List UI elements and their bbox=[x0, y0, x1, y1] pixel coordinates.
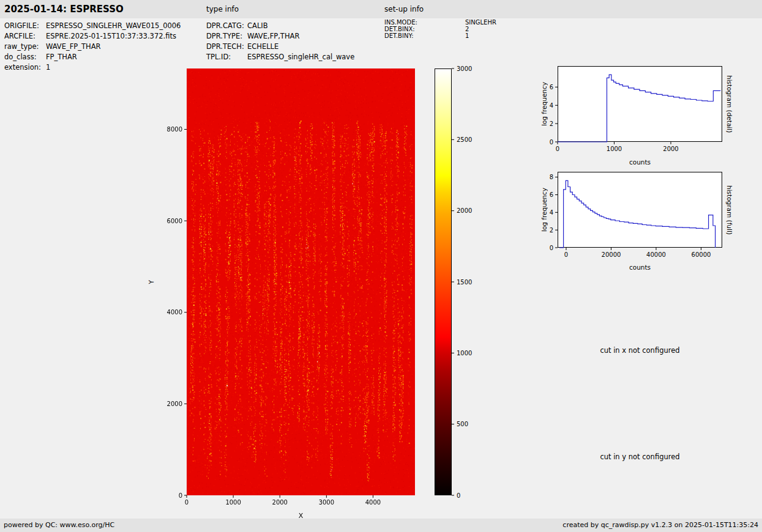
meta-row: ARCFILE:ESPRE.2025-01-15T10:37:33.372.fi… bbox=[4, 31, 181, 41]
svg-text:6: 6 bbox=[550, 191, 553, 198]
svg-text:6: 6 bbox=[550, 84, 553, 91]
meta-label: TPL.ID: bbox=[206, 53, 247, 61]
meta-row: DPR.CATG:CALIB bbox=[206, 20, 354, 31]
meta-value: ESPRE.2025-01-15T10:37:33.372.fits bbox=[46, 32, 176, 40]
meta-value: ESPRESSO_singleHR_cal_wave bbox=[247, 53, 354, 61]
histogram-detail-right-label: histogram (detail) bbox=[725, 66, 734, 142]
meta-label: extension: bbox=[4, 63, 46, 72]
meta-value: WAVE_FP_THAR bbox=[46, 42, 101, 51]
histogram-detail-plot: 0100020000246 bbox=[558, 66, 722, 142]
svg-text:2000: 2000 bbox=[457, 207, 472, 214]
meta-label: DET.BINY: bbox=[384, 32, 465, 39]
histogram-detail-xlabel: counts bbox=[558, 158, 722, 166]
meta-value: WAVE,FP,THAR bbox=[247, 32, 299, 40]
svg-text:1000: 1000 bbox=[607, 146, 622, 152]
meta-label: DPR.TYPE: bbox=[206, 32, 247, 40]
meta-label: DPR.CATG: bbox=[206, 21, 247, 30]
svg-text:1000: 1000 bbox=[225, 499, 241, 506]
footer-bar: powered by QC: www.eso.org/HC created by… bbox=[0, 519, 762, 532]
setup-info-heading: set-up info bbox=[384, 0, 424, 18]
meta-row: DET.BINY:1 bbox=[384, 32, 496, 39]
svg-text:60000: 60000 bbox=[692, 251, 711, 258]
svg-text:20000: 20000 bbox=[602, 251, 621, 258]
histogram-full-right-label: histogram (full) bbox=[725, 172, 734, 248]
meta-label: INS.MODE: bbox=[384, 19, 465, 26]
meta-value: FP_THAR bbox=[46, 53, 77, 61]
raw-image-canvas bbox=[187, 68, 415, 495]
svg-text:0: 0 bbox=[185, 499, 189, 506]
svg-text:2000: 2000 bbox=[272, 499, 288, 506]
cut-y-message: cut in y not configured bbox=[558, 453, 722, 461]
meta-row: do_class:FP_THAR bbox=[4, 51, 181, 62]
meta-row: DPR.TECH:ECHELLE bbox=[206, 41, 354, 51]
svg-text:6000: 6000 bbox=[167, 218, 182, 224]
meta-value: 2 bbox=[465, 26, 469, 32]
svg-text:0: 0 bbox=[550, 139, 553, 146]
meta-value: 1 bbox=[465, 32, 469, 39]
svg-text:0: 0 bbox=[179, 492, 182, 499]
svg-text:4: 4 bbox=[550, 102, 553, 109]
svg-text:1000: 1000 bbox=[457, 350, 472, 357]
qc-report-page: 2025-01-14: ESPRESSO type info set-up in… bbox=[0, 0, 762, 532]
svg-text:3000: 3000 bbox=[319, 499, 334, 506]
setup-info-block: INS.MODE:SINGLEHRDET.BINX:2DET.BINY:1 bbox=[384, 19, 496, 39]
type-info-block: DPR.CATG:CALIBDPR.TYPE:WAVE,FP,THARDPR.T… bbox=[206, 20, 354, 62]
svg-text:40000: 40000 bbox=[646, 251, 666, 258]
svg-text:8: 8 bbox=[550, 174, 553, 180]
meta-label: do_class: bbox=[4, 53, 46, 61]
meta-row: DPR.TYPE:WAVE,FP,THAR bbox=[206, 31, 354, 41]
meta-row: INS.MODE:SINGLEHR bbox=[384, 19, 496, 26]
svg-text:2500: 2500 bbox=[457, 136, 472, 143]
meta-value: 1 bbox=[46, 63, 50, 72]
footer-left-text: powered by QC: www.eso.org/HC bbox=[4, 519, 114, 532]
footer-right-text: created by qc_rawdisp.py v1.2.3 on 2025-… bbox=[562, 519, 758, 532]
meta-row: TPL.ID:ESPRESSO_singleHR_cal_wave bbox=[206, 51, 354, 62]
histogram-full-ylabel: log frequency bbox=[540, 172, 548, 248]
meta-value: SINGLEHR bbox=[465, 19, 496, 26]
meta-row: ORIGFILE:ESPRESSO_SINGLEHR_WAVE015_0006 bbox=[4, 20, 181, 31]
svg-text:2000: 2000 bbox=[663, 146, 678, 152]
file-info-block: ORIGFILE:ESPRESSO_SINGLEHR_WAVE015_0006A… bbox=[4, 20, 181, 72]
svg-text:0: 0 bbox=[457, 492, 460, 499]
svg-text:2: 2 bbox=[550, 120, 553, 127]
colorbar-ticks: 050010001500200025003000 bbox=[435, 68, 452, 495]
svg-text:500: 500 bbox=[457, 421, 468, 427]
meta-label: raw_type: bbox=[4, 42, 46, 51]
svg-text:0: 0 bbox=[550, 245, 553, 251]
svg-text:4000: 4000 bbox=[365, 499, 381, 506]
svg-text:3000: 3000 bbox=[457, 65, 472, 72]
meta-label: ORIGFILE: bbox=[4, 21, 46, 30]
svg-text:1500: 1500 bbox=[457, 279, 472, 286]
meta-row: raw_type:WAVE_FP_THAR bbox=[4, 41, 181, 51]
histogram-full-xlabel: counts bbox=[558, 264, 722, 271]
header-bar: 2025-01-14: ESPRESSO type info set-up in… bbox=[0, 0, 762, 18]
cut-x-message: cut in x not configured bbox=[558, 346, 722, 355]
page-title: 2025-01-14: ESPRESSO bbox=[4, 0, 124, 18]
meta-label: DPR.TECH: bbox=[206, 42, 247, 51]
meta-value: ECHELLE bbox=[247, 42, 278, 51]
svg-text:8000: 8000 bbox=[167, 126, 182, 133]
svg-text:2: 2 bbox=[550, 227, 553, 234]
svg-text:2000: 2000 bbox=[167, 401, 182, 407]
main-plot-ylabel: Y bbox=[147, 68, 155, 495]
histogram-full-plot: 020000400006000002468 bbox=[558, 172, 722, 248]
meta-value: CALIB bbox=[247, 21, 268, 30]
meta-value: ESPRESSO_SINGLEHR_WAVE015_0006 bbox=[46, 21, 181, 30]
svg-text:4: 4 bbox=[550, 209, 553, 216]
svg-text:0: 0 bbox=[564, 251, 568, 258]
svg-text:0: 0 bbox=[556, 146, 559, 152]
meta-label: DET.BINX: bbox=[384, 26, 465, 32]
meta-row: DET.BINX:2 bbox=[384, 26, 496, 32]
histogram-detail-ylabel: log frequency bbox=[540, 66, 548, 142]
svg-text:4000: 4000 bbox=[167, 309, 182, 316]
type-info-heading: type info bbox=[206, 0, 239, 18]
meta-label: ARCFILE: bbox=[4, 32, 46, 40]
